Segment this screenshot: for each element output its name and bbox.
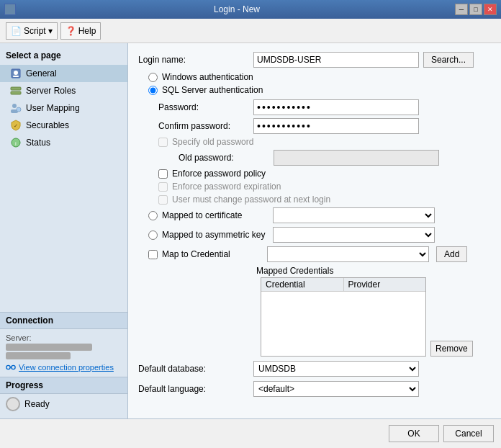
toolbar: 📄 Script ▾ ❓ Help bbox=[0, 19, 501, 43]
mapped-asymmetric-select[interactable] bbox=[273, 227, 435, 243]
securables-label: Securables bbox=[26, 120, 69, 130]
script-label: Script bbox=[24, 26, 46, 36]
mapped-certificate-row: Mapped to certificate bbox=[138, 207, 491, 223]
user-mapping-icon bbox=[10, 102, 22, 114]
minimize-button[interactable]: ─ bbox=[455, 4, 468, 15]
mapped-credentials-table: Credential Provider bbox=[261, 277, 426, 357]
enforce-expiration-checkbox[interactable] bbox=[158, 182, 168, 192]
script-dropdown-icon: ▾ bbox=[48, 26, 53, 36]
ready-row: Ready bbox=[0, 394, 127, 414]
map-credential-checkbox[interactable] bbox=[148, 250, 158, 259]
confirm-password-row: Confirm password: bbox=[158, 118, 491, 134]
user-must-change-checkbox[interactable] bbox=[158, 195, 168, 205]
title-bar: Login - New ─ □ ✕ bbox=[0, 0, 501, 19]
password-label: Password: bbox=[158, 102, 253, 112]
help-button[interactable]: ❓ Help bbox=[60, 22, 101, 40]
help-icon: ❓ bbox=[66, 26, 76, 36]
title-bar-controls: ─ □ ✕ bbox=[455, 4, 497, 15]
default-language-select[interactable]: <default> bbox=[253, 381, 419, 397]
window-icon bbox=[4, 4, 16, 15]
old-password-row: Old password: bbox=[179, 150, 491, 166]
maximize-button[interactable]: □ bbox=[469, 4, 482, 15]
user-must-change-label: User must change password at next login bbox=[172, 194, 330, 205]
old-password-input[interactable] bbox=[274, 150, 439, 166]
sql-auth-row: SQL Server authentication bbox=[138, 85, 491, 95]
confirm-password-label: Confirm password: bbox=[158, 121, 253, 131]
sidebar-item-securables[interactable]: ✓ Securables bbox=[0, 117, 127, 134]
ok-button[interactable]: OK bbox=[389, 425, 439, 442]
enforce-expiration-label: Enforce password expiration bbox=[172, 182, 281, 192]
map-credential-select[interactable] bbox=[267, 246, 429, 262]
remove-button[interactable]: Remove bbox=[430, 341, 473, 357]
specify-old-password-checkbox[interactable] bbox=[158, 138, 168, 147]
general-icon bbox=[10, 68, 22, 79]
svg-rect-3 bbox=[11, 87, 21, 90]
enforce-expiration-row: Enforce password expiration bbox=[138, 182, 491, 192]
mapped-certificate-select[interactable] bbox=[273, 207, 435, 223]
script-button[interactable]: 📄 Script ▾ bbox=[6, 22, 58, 40]
mapped-asymmetric-label: Mapped to asymmetric key bbox=[162, 230, 268, 240]
mapped-credentials-container: Credential Provider Remove bbox=[148, 277, 491, 357]
sidebar-item-status[interactable]: i Status bbox=[0, 134, 127, 151]
sql-auth-label: SQL Server authentication bbox=[162, 85, 263, 95]
bottom-bar: OK Cancel bbox=[0, 418, 501, 448]
credential-col-header: Credential bbox=[261, 278, 344, 291]
server-info: Server: View connection properties bbox=[0, 329, 127, 377]
svg-point-5 bbox=[12, 104, 17, 108]
sidebar-item-user-mapping[interactable]: User Mapping bbox=[0, 99, 127, 117]
auth-type-group: Windows authentication SQL Server authen… bbox=[138, 72, 491, 95]
mapped-asymmetric-row: Mapped to asymmetric key bbox=[138, 227, 491, 243]
mapped-asymmetric-radio[interactable] bbox=[148, 230, 158, 240]
login-name-row: Login name: Search... bbox=[138, 52, 491, 68]
server-detail-blur bbox=[6, 352, 71, 359]
ready-indicator bbox=[6, 397, 20, 411]
sql-auth-radio[interactable] bbox=[148, 86, 158, 95]
server-name-blur bbox=[6, 344, 92, 351]
view-connection-label: View connection properties bbox=[19, 363, 114, 372]
windows-auth-radio[interactable] bbox=[148, 73, 158, 82]
default-database-label: Default database: bbox=[138, 364, 253, 374]
progress-section-title: Progress bbox=[0, 377, 127, 394]
securables-icon: ✓ bbox=[10, 120, 22, 131]
svg-point-11 bbox=[6, 365, 10, 369]
mapped-credentials-section: Mapped Credentials Credential Provider R… bbox=[138, 266, 491, 357]
default-database-select[interactable]: UMDSDB bbox=[253, 361, 419, 377]
svg-text:✓: ✓ bbox=[14, 123, 18, 128]
general-label: General bbox=[26, 68, 57, 79]
old-password-label: Old password: bbox=[179, 153, 274, 163]
sidebar-header: Select a page bbox=[0, 48, 127, 65]
password-input[interactable] bbox=[253, 99, 419, 115]
svg-point-7 bbox=[17, 107, 21, 112]
default-language-label: Default language: bbox=[138, 384, 253, 394]
password-row: Password: bbox=[158, 99, 491, 115]
content-area: Select a page General Server Roles bbox=[0, 43, 501, 418]
mapped-certificate-radio[interactable] bbox=[148, 211, 158, 220]
server-roles-label: Server Roles bbox=[26, 86, 76, 96]
specify-old-password-label: Specify old password bbox=[172, 137, 253, 147]
mc-table-header: Credential Provider bbox=[261, 278, 425, 292]
sidebar-item-general[interactable]: General bbox=[0, 65, 127, 82]
map-to-credential-row: Map to Credential Add bbox=[138, 246, 491, 262]
add-credential-button[interactable]: Add bbox=[436, 246, 467, 262]
sidebar-item-server-roles[interactable]: Server Roles bbox=[0, 82, 127, 99]
specify-old-password-row: Specify old password bbox=[138, 137, 491, 147]
search-button[interactable]: Search... bbox=[423, 52, 474, 68]
svg-rect-2 bbox=[13, 76, 19, 77]
server-roles-icon bbox=[10, 85, 22, 97]
svg-point-1 bbox=[14, 71, 18, 75]
windows-auth-label: Windows authentication bbox=[162, 72, 253, 82]
close-button[interactable]: ✕ bbox=[484, 4, 497, 15]
svg-text:i: i bbox=[15, 140, 17, 147]
main-panel: Login name: Search... Windows authentica… bbox=[128, 43, 501, 418]
view-connection-link[interactable]: View connection properties bbox=[6, 362, 122, 372]
enforce-policy-label: Enforce password policy bbox=[172, 169, 266, 179]
user-mapping-label: User Mapping bbox=[26, 103, 80, 113]
user-must-change-row: User must change password at next login bbox=[138, 194, 491, 205]
cancel-button[interactable]: Cancel bbox=[443, 425, 494, 442]
enforce-policy-checkbox[interactable] bbox=[158, 169, 168, 179]
login-name-input[interactable] bbox=[253, 52, 419, 68]
provider-col-header: Provider bbox=[344, 278, 426, 291]
mapped-certificate-label: Mapped to certificate bbox=[162, 210, 268, 220]
script-icon: 📄 bbox=[11, 26, 22, 36]
confirm-password-input[interactable] bbox=[253, 118, 419, 134]
